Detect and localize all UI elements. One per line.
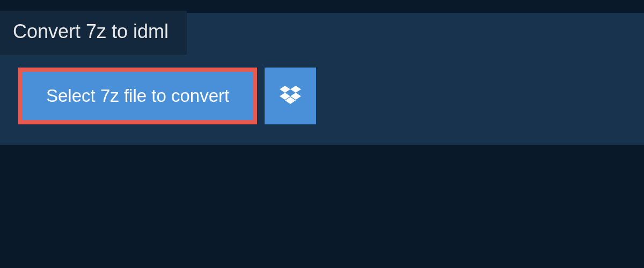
- dropbox-button[interactable]: [265, 68, 316, 124]
- tab-convert[interactable]: Convert 7z to idml: [0, 11, 187, 55]
- select-file-label: Select 7z file to convert: [46, 86, 229, 106]
- upload-button-row: Select 7z file to convert: [18, 68, 644, 124]
- conversion-panel: Convert 7z to idml Select 7z file to con…: [0, 13, 644, 145]
- select-file-highlight: Select 7z file to convert: [18, 68, 257, 124]
- dropbox-icon: [280, 86, 301, 106]
- tab-title: Convert 7z to idml: [13, 20, 169, 42]
- select-file-button[interactable]: Select 7z file to convert: [23, 72, 253, 120]
